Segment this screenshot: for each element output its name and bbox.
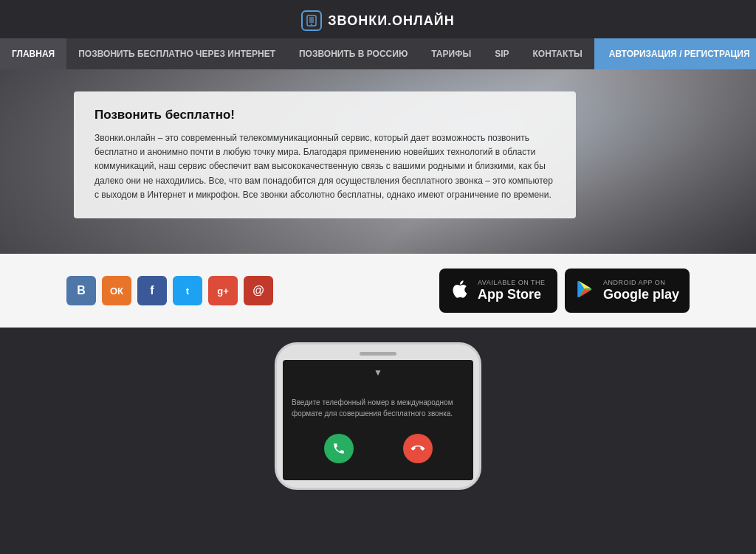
phone-screen-top: ▼	[292, 367, 464, 382]
social-mail[interactable]: @	[244, 276, 273, 305]
google-play-button[interactable]: ANDROID APP ON Google play	[565, 269, 690, 313]
phone-screen: ▼ Введите телефонный номер в международн…	[283, 360, 473, 480]
logo[interactable]: ЗВОНКИ.ОНЛАЙН	[301, 10, 454, 31]
nav-item-call-free[interactable]: ПОЗВОНИТЬ БЕСПЛАТНО ЧЕРЕЗ ИНТЕРНЕТ	[66, 38, 287, 69]
hero-content: Позвонить бесплатно! Звонки.онлайн – это…	[74, 91, 576, 218]
ios-store-name: App Store	[478, 287, 546, 303]
nav-item-home[interactable]: ГЛАВНАЯ	[0, 38, 66, 69]
ios-app-store-button[interactable]: Available on the App Store	[439, 269, 557, 313]
logo-icon	[301, 10, 322, 31]
android-store-name: Google play	[603, 287, 679, 303]
phone-end-call-button[interactable]	[403, 434, 433, 463]
social-fb[interactable]: f	[137, 276, 167, 305]
social-apps-section: В ОК f t g+ @ Available on the App Store	[0, 254, 756, 328]
svg-rect-1	[309, 17, 314, 23]
nav-items: ГЛАВНАЯ ПОЗВОНИТЬ БЕСПЛАТНО ЧЕРЕЗ ИНТЕРН…	[0, 38, 594, 69]
social-icons: В ОК f t g+ @	[66, 276, 273, 305]
ios-store-text: Available on the App Store	[478, 279, 546, 302]
nav-item-tariffs[interactable]: ТАРИФЫ	[419, 38, 483, 69]
phone-call-button[interactable]	[324, 434, 354, 463]
android-store-text: ANDROID APP ON Google play	[603, 279, 679, 302]
main-nav: ГЛАВНАЯ ПОЗВОНИТЬ БЕСПЛАТНО ЧЕРЕЗ ИНТЕРН…	[0, 38, 756, 69]
phone-dropdown-arrow[interactable]: ▼	[374, 367, 382, 378]
android-store-sub: ANDROID APP ON	[603, 279, 679, 287]
hero-banner: Позвонить бесплатно! Звонки.онлайн – это…	[0, 69, 756, 254]
hero-body: Звонки.онлайн – это современный телекомм…	[94, 131, 555, 202]
android-icon	[575, 279, 596, 302]
nav-item-contacts[interactable]: КОНТАКТЫ	[520, 38, 594, 69]
phone-speaker	[360, 352, 396, 356]
social-gp[interactable]: g+	[208, 276, 238, 305]
logo-text: ЗВОНКИ.ОНЛАЙН	[328, 13, 454, 29]
phone-section: ▼ Введите телефонный номер в международн…	[0, 328, 756, 490]
social-tw[interactable]: t	[173, 276, 202, 305]
social-vk[interactable]: В	[66, 276, 96, 305]
nav-auth-button[interactable]: АВТОРИЗАЦИЯ / РЕГИСТРАЦИЯ	[594, 38, 756, 69]
social-ok[interactable]: ОК	[102, 276, 131, 305]
phone-input-area: Введите телефонный номер в международном…	[292, 397, 464, 419]
ios-store-sub: Available on the	[478, 279, 546, 287]
nav-item-call-russia[interactable]: ПОЗВОНИТЬ В РОССИЮ	[287, 38, 419, 69]
header: ЗВОНКИ.ОНЛАЙН	[0, 0, 756, 38]
phone-input-placeholder: Введите телефонный номер в международном…	[292, 397, 464, 419]
apple-icon	[450, 279, 470, 303]
hero-title: Позвонить бесплатно!	[94, 108, 555, 122]
app-store-buttons: Available on the App Store ANDROID APP O…	[439, 269, 690, 313]
phone-action-buttons	[292, 434, 464, 463]
nav-item-sip[interactable]: SIP	[483, 38, 520, 69]
svg-point-2	[311, 24, 312, 25]
phone-mockup: ▼ Введите телефонный номер в международн…	[275, 342, 481, 490]
